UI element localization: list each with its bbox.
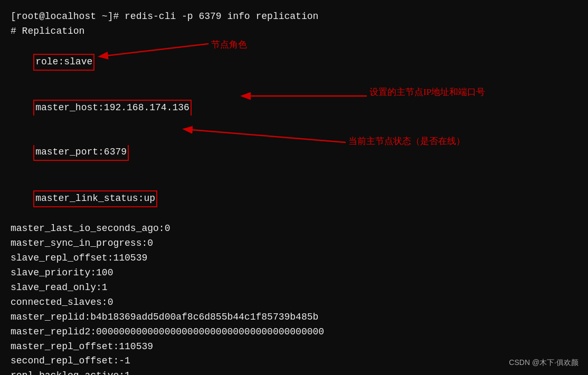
master-host-box: master_host:192.168.174.136	[33, 100, 192, 116]
line-master-host: master_host:192.168.174.136	[11, 85, 577, 130]
master-port-box: master_port:6379	[33, 145, 129, 161]
line-slave-priority: slave_priority:100	[11, 266, 577, 281]
line-master-port: master_port:6379	[11, 130, 577, 176]
line-master-replid2: master_replid2:0000000000000000000000000…	[11, 325, 577, 340]
line-slave-read-only: slave_read_only:1	[11, 281, 577, 295]
line-master-replid: master_replid:b4b18369add5d00af8c6d855b4…	[11, 310, 577, 325]
line-master-last-io: master_last_io_seconds_ago:0	[11, 222, 577, 236]
annotation-node-role: 节点角色	[211, 38, 247, 52]
terminal-window: [root@localhost ~]# redis-cli -p 6379 in…	[0, 0, 588, 375]
annotation-master-ip: 设置的主节点IP地址和端口号	[369, 85, 485, 99]
line-connected-slaves: connected_slaves:0	[11, 295, 577, 310]
line-master-link-status: master_link_status:up	[11, 176, 577, 222]
replication-header: # Replication	[11, 24, 577, 39]
line-second-repl-offset: second_repl_offset:-1	[11, 354, 577, 369]
watermark: CSDN @木下·俱欢颜	[509, 357, 578, 369]
line-master-repl-offset: master_repl_offset:110539	[11, 340, 577, 354]
line-repl-backlog-active: repl_backlog_active:1	[11, 369, 577, 375]
line-master-sync: master_sync_in_progress:0	[11, 236, 577, 251]
command-line: [root@localhost ~]# redis-cli -p 6379 in…	[11, 9, 577, 24]
line-slave-repl-offset: slave_repl_offset:110539	[11, 251, 577, 266]
line-role: role:slave	[11, 39, 577, 85]
role-box: role:slave	[33, 54, 94, 71]
annotation-master-status: 当前主节点状态（是否在线）	[348, 134, 465, 148]
master-link-status-box: master_link_status:up	[33, 190, 157, 207]
